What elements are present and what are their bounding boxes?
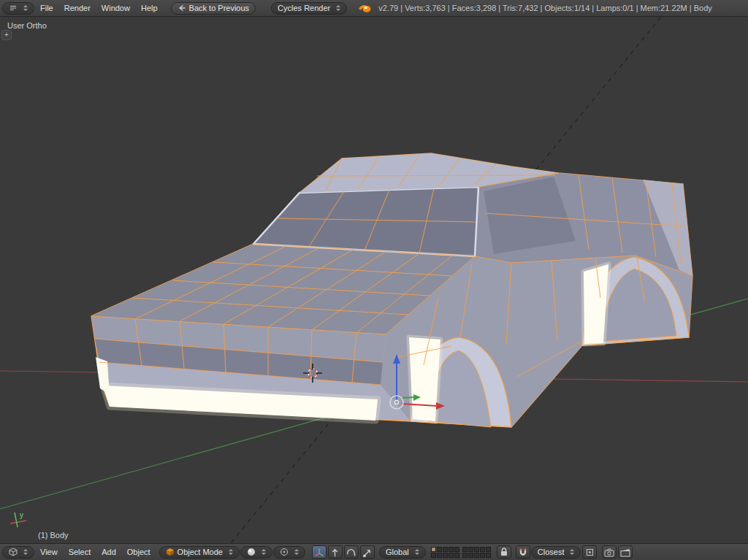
layer-cell[interactable] — [437, 553, 442, 558]
back-arrow-icon — [178, 4, 186, 12]
camera-icon — [604, 548, 614, 557]
rotate-arc-icon — [346, 547, 356, 558]
layer-cell[interactable] — [480, 553, 485, 558]
magnet-icon — [518, 548, 528, 557]
layer-cell[interactable] — [449, 553, 454, 558]
snap-toggle-button[interactable] — [516, 545, 530, 559]
menu-help[interactable]: Help — [136, 1, 163, 15]
opengl-render-anim-button[interactable] — [618, 545, 633, 559]
layer-cell[interactable] — [480, 547, 485, 552]
view-orientation-label: User Ortho — [7, 21, 47, 30]
layer-cell[interactable] — [468, 553, 473, 558]
snap-target-button[interactable] — [582, 545, 597, 559]
clapperboard-icon — [620, 548, 630, 557]
scale-icon — [362, 547, 373, 558]
menu-window[interactable]: Window — [96, 1, 135, 15]
render-engine-label: Cycles Render — [278, 4, 330, 12]
snap-element-dropdown[interactable]: Closest — [531, 546, 581, 559]
region-expand-icon[interactable]: + — [1, 30, 12, 40]
chevron-updown-icon — [23, 5, 28, 11]
manipulator-toggle-button[interactable] — [312, 545, 327, 559]
layer-cell[interactable] — [454, 547, 459, 552]
back-to-previous-label: Back to Previous — [189, 4, 250, 12]
mini-axis-gizmo: y — [10, 511, 26, 527]
editor-type-button-info[interactable] — [2, 2, 34, 15]
translate-arrow-icon — [329, 547, 340, 558]
chevron-updown-icon — [570, 549, 574, 555]
editor-3d-view-icon — [9, 548, 18, 556]
back-to-previous-button[interactable]: Back to Previous — [171, 2, 256, 15]
menu-view[interactable]: View — [35, 545, 63, 559]
rotate-manipulator-button[interactable] — [344, 545, 359, 559]
viewport-shading-dropdown[interactable] — [240, 546, 272, 559]
opengl-render-still-button[interactable] — [602, 545, 617, 559]
layer-cell[interactable] — [462, 553, 468, 558]
chevron-updown-icon — [262, 549, 266, 555]
pivot-point-dropdown[interactable] — [273, 546, 305, 559]
snap-target-icon — [585, 548, 595, 557]
axis-triad-icon — [313, 547, 325, 558]
info-header: File Render Window Help Back to Previous… — [0, 0, 748, 17]
render-engine-dropdown[interactable]: Cycles Render — [271, 2, 347, 15]
layer-cell[interactable] — [474, 547, 479, 552]
layer-cell[interactable] — [431, 547, 436, 552]
car-mesh[interactable] — [91, 153, 692, 427]
menu-select[interactable]: Select — [64, 545, 96, 559]
chevron-updown-icon — [23, 549, 28, 555]
viewport-header: View Select Add Object Object Mode Globa… — [0, 543, 748, 560]
active-object-label: (1) Body — [38, 531, 69, 540]
chevron-updown-icon — [415, 549, 419, 555]
lock-to-scene-button[interactable] — [497, 545, 511, 559]
menu-render[interactable]: Render — [59, 1, 96, 15]
blender-logo-icon — [358, 3, 372, 14]
transform-orientation-dropdown[interactable]: Global — [379, 546, 426, 559]
menu-add[interactable]: Add — [96, 545, 121, 559]
menu-object[interactable]: Object — [122, 545, 156, 559]
pivot-center-icon — [280, 548, 289, 556]
chevron-updown-icon — [229, 549, 233, 555]
lock-icon — [499, 547, 509, 557]
layer-cell[interactable] — [431, 553, 436, 558]
info-editor-icon — [9, 4, 18, 12]
orientation-label: Global — [386, 548, 409, 556]
axis-y-label: y — [20, 511, 23, 519]
scale-manipulator-button[interactable] — [360, 545, 375, 559]
scene-stats: v2.79 | Verts:3,763 | Faces:3,298 | Tris… — [378, 4, 712, 12]
viewport-canvas[interactable]: y — [0, 17, 748, 543]
editor-type-button-3dview[interactable] — [2, 546, 34, 559]
layer-cell[interactable] — [443, 553, 448, 558]
shading-sphere-icon — [247, 548, 256, 556]
mode-dropdown[interactable]: Object Mode — [159, 546, 240, 559]
layer-cell[interactable] — [462, 547, 468, 552]
layers-widget — [431, 547, 491, 558]
chevron-updown-icon — [336, 5, 340, 11]
object-mode-cube-icon — [166, 548, 175, 556]
layer-cell[interactable] — [454, 553, 459, 558]
layer-cell[interactable] — [468, 547, 473, 552]
layer-cell[interactable] — [443, 547, 448, 552]
layer-cell[interactable] — [449, 547, 454, 552]
layer-group-1 — [431, 547, 459, 558]
menu-file[interactable]: File — [35, 1, 58, 15]
chevron-updown-icon — [294, 549, 299, 555]
layer-cell[interactable] — [437, 547, 442, 552]
snap-element-label: Closest — [538, 548, 565, 556]
mode-label: Object Mode — [178, 548, 223, 556]
layer-group-2 — [462, 547, 491, 558]
layer-cell[interactable] — [486, 553, 491, 558]
translate-manipulator-button[interactable] — [328, 545, 343, 559]
layer-cell[interactable] — [486, 547, 491, 552]
layer-cell[interactable] — [474, 553, 479, 558]
